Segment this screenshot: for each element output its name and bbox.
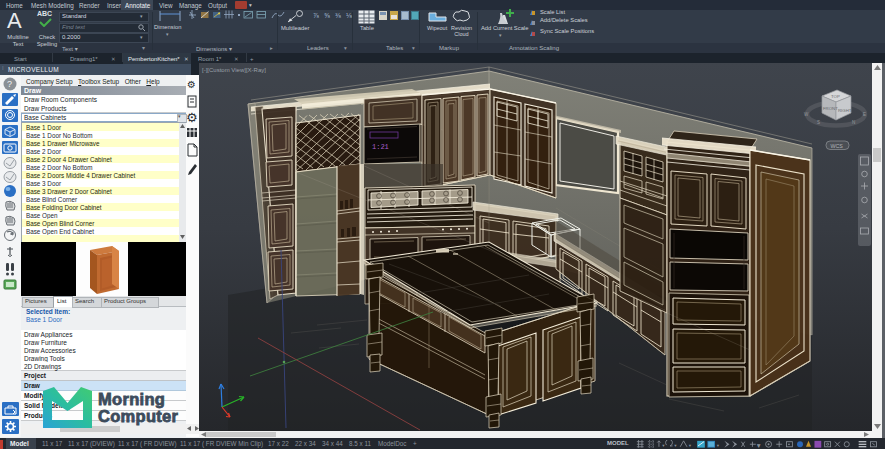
svg-text:Computer: Computer bbox=[98, 407, 179, 425]
svg-text:TOP: TOP bbox=[831, 94, 840, 99]
svg-text:⅝: ⅝ bbox=[324, 12, 330, 19]
svg-text:▾: ▾ bbox=[717, 443, 720, 448]
svg-text:1:21: 1:21 bbox=[372, 143, 389, 151]
svg-text:▾: ▾ bbox=[674, 443, 677, 448]
svg-text:RIGHT: RIGHT bbox=[838, 108, 852, 113]
svg-text:⚙: ⚙ bbox=[186, 110, 198, 125]
svg-text:S: S bbox=[817, 120, 820, 125]
svg-text:▾: ▾ bbox=[689, 443, 692, 448]
svg-text:Morning: Morning bbox=[98, 390, 165, 408]
svg-text:⚙: ⚙ bbox=[187, 79, 196, 90]
svg-text:[-][Custom View][X-Ray]: [-][Custom View][X-Ray] bbox=[202, 67, 266, 73]
svg-text:▾: ▾ bbox=[758, 443, 761, 448]
svg-text:E: E bbox=[863, 112, 866, 117]
svg-text:N: N bbox=[852, 120, 855, 125]
svg-text:⅞: ⅞ bbox=[313, 12, 319, 19]
svg-text:FRONT: FRONT bbox=[823, 106, 838, 111]
svg-text:▾: ▾ bbox=[662, 443, 665, 448]
svg-text:WCS: WCS bbox=[831, 143, 844, 149]
svg-text:?: ? bbox=[7, 79, 12, 89]
svg-text:⅜: ⅜ bbox=[335, 12, 341, 19]
